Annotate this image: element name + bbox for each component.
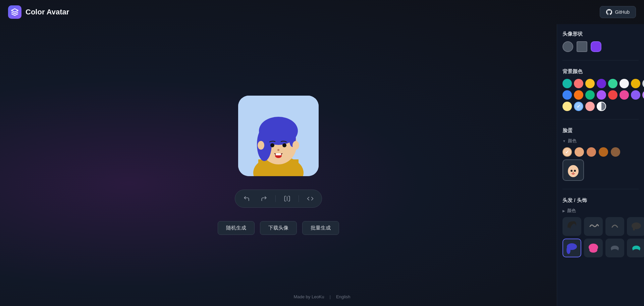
batch-button[interactable]: 批量生成 — [302, 221, 339, 235]
avatar-display — [238, 96, 319, 176]
hair-option-7[interactable] — [605, 239, 624, 257]
hair-title: 头发 / 头饰 — [562, 197, 639, 204]
hair-grid — [562, 217, 639, 257]
bg-color-title: 背景颜色 — [562, 68, 639, 75]
hair-option-1[interactable] — [562, 217, 581, 236]
svg-rect-10 — [260, 126, 297, 136]
bg-color-2[interactable] — [574, 79, 583, 88]
hair-option-4[interactable] — [627, 217, 644, 236]
face-color-row — [562, 147, 639, 157]
svg-point-20 — [574, 170, 576, 172]
face-color-label: 颜色 — [568, 138, 577, 144]
shape-rounded-option[interactable] — [591, 41, 601, 52]
center-area: 随机生成 下载头像 批量生成 Made by LeoKu | English — [0, 24, 557, 306]
bg-color-20[interactable] — [597, 102, 606, 111]
shape-row — [562, 41, 639, 52]
face-color-4[interactable] — [599, 147, 608, 157]
face-color-header: ▼ 颜色 — [562, 138, 639, 157]
main-area: 随机生成 下载头像 批量生成 Made by LeoKu | English 头… — [0, 24, 644, 306]
face-color-2[interactable] — [575, 147, 584, 157]
bg-color-10[interactable] — [574, 90, 583, 100]
divider-2 — [562, 119, 639, 119]
download-button[interactable]: 下载头像 — [260, 221, 297, 235]
bg-color-7[interactable] — [631, 79, 640, 88]
bg-color-8[interactable] — [642, 79, 644, 88]
action-buttons: 随机生成 下载头像 批量生成 — [218, 221, 339, 235]
toolbar-divider-2 — [299, 195, 299, 202]
bg-color-18[interactable] — [574, 102, 583, 111]
bg-color-11[interactable] — [585, 90, 595, 100]
undo-button[interactable] — [240, 193, 253, 205]
hair-option-3[interactable] — [605, 217, 624, 236]
bg-color-section: 背景颜色 — [562, 68, 639, 111]
made-by: Made by LeoKu — [293, 294, 324, 299]
hair-option-2[interactable] — [584, 217, 603, 236]
footer-divider: | — [330, 294, 331, 299]
bg-color-1[interactable] — [562, 79, 572, 88]
bg-color-17[interactable] — [562, 102, 572, 111]
bg-color-4[interactable] — [597, 79, 606, 88]
redo-button[interactable] — [258, 193, 270, 205]
svg-rect-17 — [276, 153, 281, 155]
divider-1 — [562, 60, 639, 60]
hair-section: 头发 / 头饰 ▶ 颜色 — [562, 197, 639, 257]
shape-title: 头像形状 — [562, 31, 639, 37]
hair-option-8[interactable] — [627, 239, 644, 257]
face-title: 脸蛋 — [562, 128, 639, 134]
svg-point-21 — [573, 172, 574, 173]
face-collapse-header[interactable]: ▼ 颜色 — [562, 138, 639, 144]
shape-section: 头像形状 — [562, 31, 639, 52]
svg-rect-23 — [633, 226, 635, 231]
svg-point-19 — [571, 170, 573, 172]
face-color-1[interactable] — [562, 147, 572, 157]
bg-color-13[interactable] — [608, 90, 618, 100]
avatar-toolbar — [235, 190, 322, 208]
github-label: GitHub — [615, 9, 630, 15]
face-collapse-arrow: ▼ — [562, 139, 566, 143]
hair-option-6[interactable] — [584, 239, 603, 257]
bg-color-14[interactable] — [620, 90, 629, 100]
app-title: Color Avatar — [25, 8, 69, 16]
shape-circle — [562, 41, 573, 52]
bg-color-5[interactable] — [608, 79, 618, 88]
svg-point-14 — [282, 143, 286, 147]
face-color-3[interactable] — [587, 147, 596, 157]
svg-point-15 — [277, 149, 279, 151]
footer: Made by LeoKu | English — [293, 294, 350, 299]
face-color-5[interactable] — [611, 147, 620, 157]
header: Color Avatar GitHub — [0, 0, 644, 24]
bg-color-6[interactable] — [620, 79, 629, 88]
shape-square-option[interactable] — [577, 41, 587, 52]
bg-color-19[interactable] — [585, 102, 595, 111]
bg-color-12[interactable] — [597, 90, 606, 100]
flip-button[interactable] — [281, 193, 293, 205]
bg-color-16[interactable] — [642, 90, 644, 100]
svg-point-12 — [292, 141, 299, 150]
hair-collapse-arrow: ▶ — [562, 209, 565, 213]
hair-collapse-header[interactable]: ▶ 颜色 — [562, 208, 639, 214]
code-button[interactable] — [304, 193, 316, 205]
divider-3 — [562, 189, 639, 189]
shape-rounded — [591, 41, 601, 52]
shape-square — [577, 41, 587, 52]
bg-color-grid — [562, 79, 639, 111]
hair-option-5[interactable] — [562, 239, 581, 257]
svg-point-11 — [258, 141, 264, 150]
language-switch[interactable]: English — [336, 294, 351, 299]
bg-color-9[interactable] — [562, 90, 572, 100]
logo-area: Color Avatar — [8, 5, 69, 19]
hair-color-label: 颜色 — [567, 208, 576, 214]
bg-color-3[interactable] — [585, 79, 595, 88]
face-section: 脸蛋 ▼ 颜色 — [562, 128, 639, 181]
svg-point-27 — [589, 247, 597, 253]
random-button[interactable]: 随机生成 — [218, 221, 255, 235]
svg-point-18 — [568, 165, 579, 177]
shape-circle-option[interactable] — [562, 41, 573, 52]
hair-color-header: ▶ 颜色 — [562, 208, 639, 214]
github-button[interactable]: GitHub — [600, 6, 636, 18]
svg-point-25 — [567, 246, 571, 254]
bg-color-15[interactable] — [631, 90, 640, 100]
svg-point-13 — [270, 143, 274, 147]
toolbar-divider-1 — [275, 195, 276, 202]
face-thumbnail[interactable] — [562, 159, 584, 181]
